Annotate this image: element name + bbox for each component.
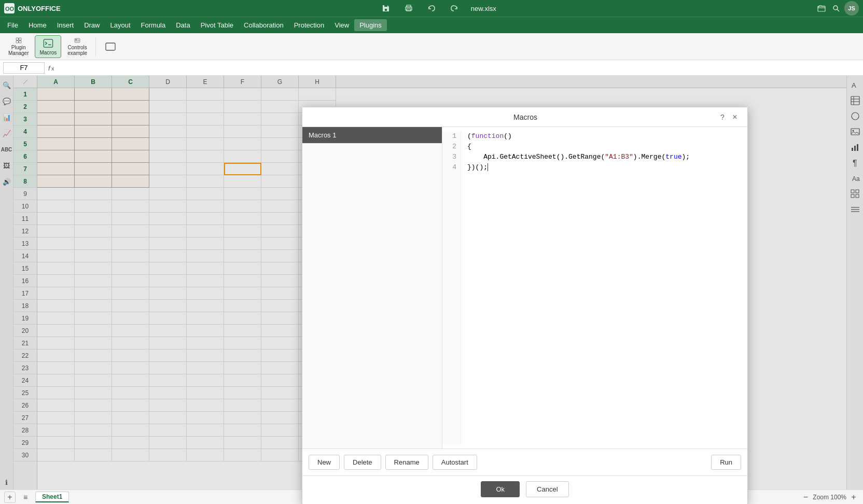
line-num-3: 3	[447, 152, 456, 162]
macros-label: Macros	[39, 50, 57, 55]
menu-bar: File Home Insert Draw Layout Formula Dat…	[0, 17, 863, 33]
svg-text:x: x	[51, 65, 54, 72]
controls-example-label: Controls example	[67, 45, 87, 56]
code-content: (function() { Api.GetActiveSheet().GetRa…	[461, 131, 747, 444]
modal-overlay: Macros ? × Macros 1 1 2 3	[0, 76, 863, 489]
rename-button[interactable]: Rename	[385, 455, 428, 470]
add-sheet-button[interactable]: +	[4, 492, 16, 503]
code-line-1: (function()	[467, 131, 741, 142]
svg-rect-15	[75, 39, 77, 40]
menu-data[interactable]: Data	[171, 19, 195, 31]
svg-text:OO: OO	[5, 6, 15, 12]
controls-example-button[interactable]: Controls example	[63, 35, 91, 58]
extra-toolbar-icon	[105, 41, 116, 52]
save-button[interactable]	[380, 2, 392, 15]
line-num-2: 2	[447, 142, 456, 152]
menu-view[interactable]: View	[329, 19, 354, 31]
menu-layout[interactable]: Layout	[105, 19, 136, 31]
code-editor[interactable]: 1 2 3 4 (function() { Api.GetActiveSheet…	[442, 127, 747, 449]
print-button[interactable]	[402, 2, 415, 15]
onlyoffice-logo-icon: OO	[4, 3, 15, 13]
dialog-action-bar: New Delete Rename Autostart Run	[302, 449, 747, 475]
folder-icon	[817, 4, 826, 12]
svg-text:f: f	[48, 64, 51, 72]
svg-rect-5	[818, 6, 825, 11]
svg-rect-14	[75, 38, 80, 43]
sheet-tab-1[interactable]: Sheet1	[35, 492, 69, 502]
filename: new.xlsx	[471, 5, 496, 12]
dialog-ok-cancel-bar: Ok Cancel	[302, 475, 747, 504]
autostart-button[interactable]: Autostart	[433, 455, 477, 470]
svg-rect-10	[16, 40, 18, 43]
redo-icon	[450, 4, 458, 12]
toolbar: Plugin Manager Macros Controls example	[0, 33, 863, 60]
plugin-manager-label: Plugin Manager	[8, 45, 29, 56]
formula-bar: f x	[0, 60, 863, 76]
menu-collaboration[interactable]: Collaboration	[239, 19, 289, 31]
dialog-titlebar: Macros ? ×	[302, 107, 747, 127]
title-bar: OO ONLYOFFICE new.xlsx JS	[0, 0, 863, 17]
main-area: 🔍 💬 📊 📈 ABC 🖼 🔊 ℹ A B C D E F G	[0, 76, 863, 489]
search-button[interactable]	[830, 2, 842, 15]
zoom-controls: − Zoom 100% +	[800, 493, 859, 502]
menu-protection[interactable]: Protection	[289, 19, 330, 31]
dialog-body: Macros 1 1 2 3 4 (function()	[302, 127, 747, 449]
title-bar-center: new.xlsx	[61, 2, 815, 15]
menu-plugins[interactable]: Plugins	[354, 19, 387, 31]
controls-example-icon	[72, 37, 83, 44]
code-line-4: })();	[467, 162, 741, 173]
title-bar-window-controls: JS	[815, 1, 859, 16]
undo-button[interactable]	[425, 2, 438, 15]
zoom-in-button[interactable]: +	[848, 493, 859, 502]
formula-fx-icon: f x	[48, 64, 56, 72]
dialog-help-button[interactable]: ?	[716, 111, 729, 123]
new-button[interactable]: New	[309, 455, 340, 470]
dialog-title: Macros	[335, 113, 716, 121]
menu-pivot-table[interactable]: Pivot Table	[196, 19, 239, 31]
app-name: ONLYOFFICE	[18, 5, 61, 12]
menu-draw[interactable]: Draw	[79, 19, 105, 31]
line-num-4: 4	[447, 162, 456, 173]
macros-dialog: Macros ? × Macros 1 1 2 3	[302, 107, 748, 504]
svg-rect-8	[16, 38, 18, 40]
cell-reference-input[interactable]	[3, 62, 45, 74]
macro-list-item-0[interactable]: Macros 1	[302, 127, 442, 144]
extra-toolbar-btn[interactable]	[100, 35, 121, 58]
toolbar-separator	[95, 37, 96, 56]
code-editor-panel: 1 2 3 4 (function() { Api.GetActiveSheet…	[442, 127, 747, 449]
cancel-button[interactable]: Cancel	[526, 481, 568, 497]
menu-home[interactable]: Home	[23, 19, 52, 31]
redo-button[interactable]	[448, 2, 461, 15]
svg-rect-12	[44, 39, 52, 47]
svg-rect-9	[19, 38, 21, 40]
run-button[interactable]: Run	[711, 455, 741, 470]
delete-button[interactable]: Delete	[344, 455, 381, 470]
plugin-manager-icon	[13, 37, 24, 44]
save-icon	[382, 4, 390, 12]
menu-formula[interactable]: Formula	[136, 19, 171, 31]
macro-list-panel: Macros 1	[302, 127, 442, 449]
print-icon	[405, 4, 413, 12]
macros-button[interactable]: Macros	[35, 35, 61, 58]
sheet-list-button[interactable]: ≡	[20, 492, 31, 503]
menu-insert[interactable]: Insert	[52, 19, 79, 31]
ok-button[interactable]: Ok	[481, 481, 520, 497]
svg-rect-18	[106, 43, 115, 50]
svg-line-7	[837, 9, 839, 11]
svg-rect-11	[19, 40, 21, 43]
zoom-level: Zoom 100%	[813, 494, 846, 501]
formula-input[interactable]	[59, 64, 860, 72]
user-avatar[interactable]: JS	[844, 1, 859, 16]
menu-file[interactable]: File	[2, 19, 23, 31]
dialog-close-button[interactable]: ×	[729, 111, 741, 123]
undo-icon	[427, 4, 436, 12]
app-logo: OO ONLYOFFICE	[4, 3, 61, 13]
plugin-manager-button[interactable]: Plugin Manager	[4, 35, 33, 58]
search-icon	[832, 4, 840, 12]
code-line-3: Api.GetActiveSheet().GetRange("A1:B3").M…	[467, 152, 741, 162]
zoom-out-button[interactable]: −	[800, 493, 811, 502]
location-button[interactable]	[815, 2, 828, 15]
svg-point-6	[833, 6, 838, 10]
macros-icon	[43, 38, 54, 49]
line-num-1: 1	[447, 131, 456, 142]
